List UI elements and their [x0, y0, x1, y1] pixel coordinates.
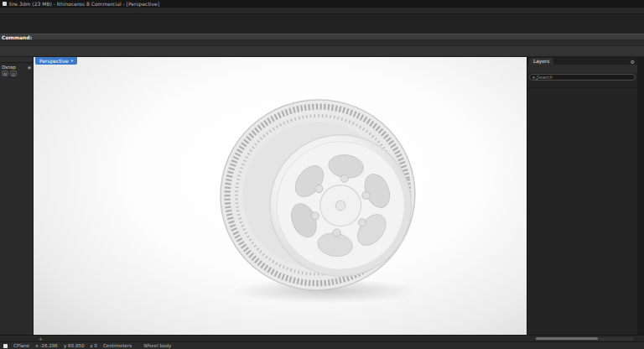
wheel-3d-model[interactable]	[211, 72, 439, 324]
layers-panel-header: Layers ⚙	[527, 57, 637, 65]
left-tool-sidebar: Osnap ◉ ⊙ △	[0, 57, 34, 335]
rim	[270, 135, 412, 277]
layers-rows	[527, 88, 637, 335]
docked-panel-tab-strip	[637, 57, 644, 335]
osnap-panel-title: Osnap	[2, 65, 16, 70]
osnap-menu-icon[interactable]: ◉	[28, 65, 31, 70]
gear-icon[interactable]: ⚙	[631, 59, 636, 65]
status-bar: CPlane x -26.286 y 60.850 z 0 Centimeter…	[0, 341, 644, 349]
osnap-panel: Osnap ◉ ⊙ △	[0, 62, 33, 335]
search-placeholder: Search	[537, 75, 553, 80]
current-layer-swatch	[138, 344, 142, 348]
current-layer-name: Wheel body	[143, 343, 171, 348]
layers-column-headers	[527, 81, 637, 88]
osnap-filter-icon[interactable]: △	[10, 70, 17, 76]
osnap-disable[interactable]	[2, 81, 31, 87]
cplane-selector[interactable]: CPlane	[13, 343, 29, 348]
layers-panel: Layers ⚙ Search	[527, 57, 637, 335]
menu-bar	[0, 8, 644, 14]
current-layer-chip[interactable]: Wheel body	[138, 343, 171, 348]
sidebar-icon-grid	[0, 57, 33, 59]
layers-panel-tab[interactable]: Layers	[529, 58, 553, 65]
layers-search-box[interactable]: Search	[529, 74, 636, 81]
window-title: tire.3dm (23 MB) - Rhinoceros 8 Commerci…	[9, 1, 159, 7]
coordinate-z: z 0	[91, 343, 97, 348]
coordinate-y: y 60.850	[64, 343, 85, 348]
center-cap	[335, 201, 345, 211]
search-icon	[532, 76, 535, 79]
title-bar: tire.3dm (23 MB) - Rhinoceros 8 Commerci…	[0, 0, 644, 8]
units-label[interactable]: Centimeters	[103, 343, 132, 348]
viewport-tabs: +	[0, 335, 644, 341]
layers-horizontal-scrollbar[interactable]	[535, 337, 634, 341]
perspective-viewport[interactable]: Perspective ▾	[34, 57, 527, 335]
workspace: Osnap ◉ ⊙ △ Perspective	[0, 57, 527, 335]
viewport-title-text: Perspective	[39, 58, 69, 64]
command-history	[0, 14, 644, 34]
status-panel-icon[interactable]	[3, 344, 8, 348]
osnap-mode-icon[interactable]: ⊙	[2, 70, 8, 76]
layers-toolbar	[527, 65, 637, 73]
coordinate-x: x -26.286	[35, 343, 58, 348]
main-toolbar	[0, 45, 644, 57]
rhino-window: tire.3dm (23 MB) - Rhinoceros 8 Commerci…	[0, 0, 644, 349]
osnap-mode-buttons: ⊙ △	[2, 70, 31, 76]
new-viewport-tab-button[interactable]: +	[39, 336, 43, 341]
app-icon	[3, 2, 7, 6]
toolbar-tab-row	[0, 39, 644, 45]
viewport-title-badge[interactable]: Perspective ▾	[35, 57, 77, 65]
command-prompt[interactable]: Command:	[0, 34, 644, 39]
chevron-down-icon: ▾	[71, 59, 73, 63]
